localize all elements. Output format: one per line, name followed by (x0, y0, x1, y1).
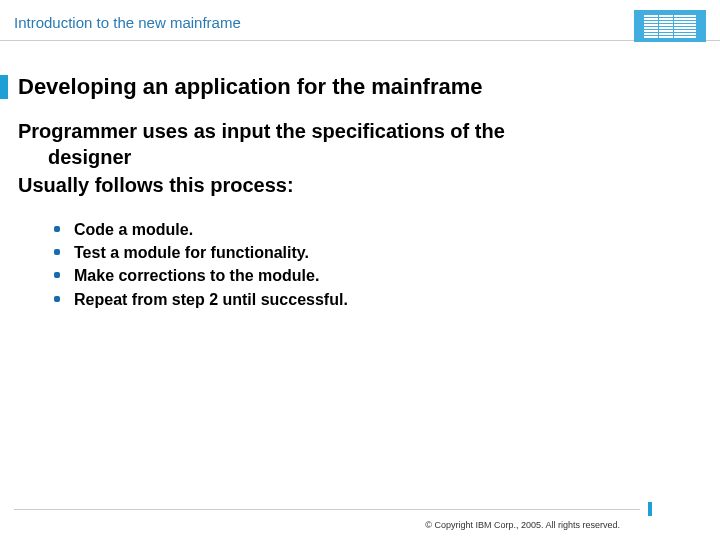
page-title: Developing an application for the mainfr… (18, 74, 483, 100)
header-subtitle: Introduction to the new mainframe (14, 14, 241, 31)
bullet-list: Code a module. Test a module for functio… (54, 218, 700, 311)
bullet-icon (54, 226, 60, 232)
divider (0, 40, 720, 41)
ibm-logo-stripes (644, 15, 696, 38)
bullet-text: Repeat from step 2 until successful. (74, 288, 348, 311)
title-row: Developing an application for the mainfr… (0, 74, 706, 100)
list-item: Make corrections to the module. (54, 264, 700, 287)
bullet-text: Test a module for functionality. (74, 241, 309, 264)
intro-text: Programmer uses as input the specificati… (18, 118, 700, 198)
bullet-text: Code a module. (74, 218, 193, 241)
slide: Introduction to the new mainframe Develo… (0, 0, 720, 540)
bullet-icon (54, 272, 60, 278)
intro-line-2: Usually follows this process: (18, 172, 700, 198)
intro-line-1b: designer (18, 144, 700, 170)
accent-bar-icon (0, 75, 8, 99)
bullet-icon (54, 249, 60, 255)
copyright-text: © Copyright IBM Corp., 2005. All rights … (425, 520, 620, 530)
bullet-text: Make corrections to the module. (74, 264, 319, 287)
list-item: Test a module for functionality. (54, 241, 700, 264)
list-item: Repeat from step 2 until successful. (54, 288, 700, 311)
accent-bar-icon (648, 502, 652, 516)
list-item: Code a module. (54, 218, 700, 241)
bullet-icon (54, 296, 60, 302)
header: Introduction to the new mainframe (0, 0, 720, 52)
ibm-logo (634, 10, 706, 42)
intro-line-1a: Programmer uses as input the specificati… (18, 118, 700, 144)
divider (14, 509, 640, 510)
